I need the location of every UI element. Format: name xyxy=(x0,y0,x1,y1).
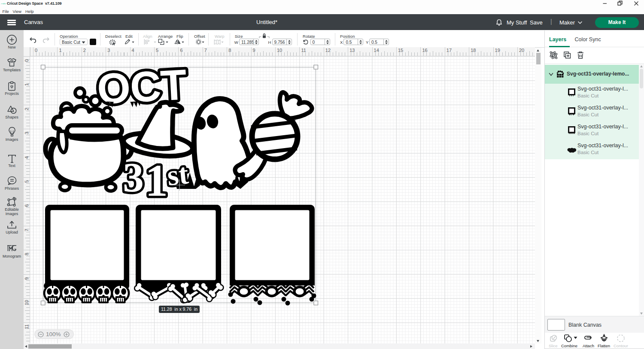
svg-text:3: 3 xyxy=(123,154,144,200)
svg-text:st: st xyxy=(166,157,190,192)
svg-text:1: 1 xyxy=(145,155,168,206)
